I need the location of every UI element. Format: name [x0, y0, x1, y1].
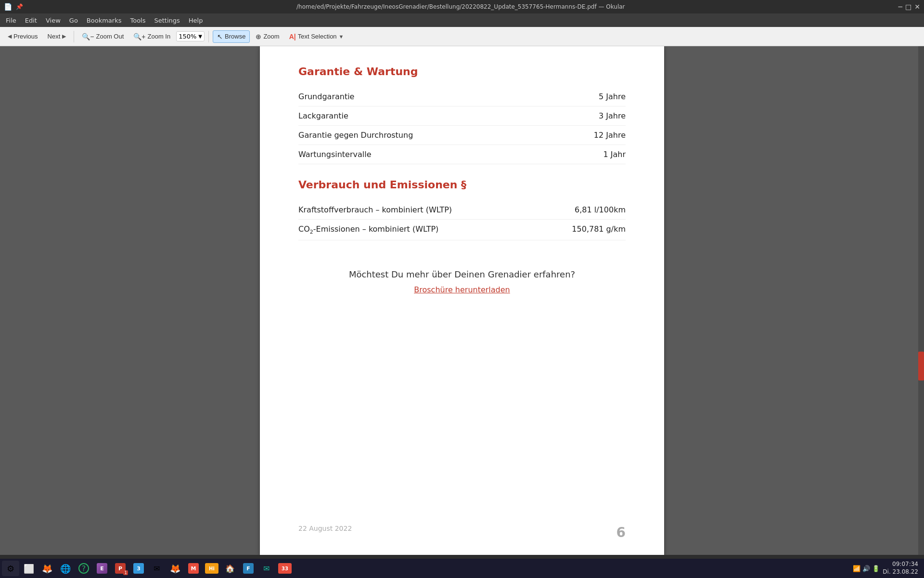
- footer-page-number: 6: [616, 525, 626, 540]
- zoom-level-select[interactable]: 150% ▼: [176, 31, 205, 41]
- row-value: 150,781 g/km: [572, 224, 626, 234]
- page-footer: 22 August 2022 6: [298, 525, 626, 540]
- zoom-out-icon: 🔍−: [82, 33, 94, 40]
- separator-2: [208, 31, 209, 42]
- table-row: CO2-Emissionen – kombiniert (WLTP) 150,7…: [298, 220, 626, 240]
- separator-1: [74, 31, 74, 42]
- next-label: Next: [48, 33, 61, 40]
- row-label: Lackgarantie: [298, 111, 599, 120]
- network-icon: 📶: [853, 565, 860, 572]
- menu-file[interactable]: File: [2, 15, 20, 26]
- taskbar-item-messenger[interactable]: ✉: [258, 561, 275, 576]
- clock-date: Di. 23.08.22: [883, 568, 918, 576]
- previous-button[interactable]: ◀ Previous: [4, 31, 42, 42]
- row-value: 12 Jahre: [594, 131, 626, 140]
- menu-view[interactable]: View: [42, 15, 64, 26]
- cta-section: Möchtest Du mehr über Deinen Grenadier e…: [298, 269, 626, 294]
- table-row: Kraftstoffverbrauch – kombiniert (WLTP) …: [298, 200, 626, 220]
- zoom-out-button[interactable]: 🔍− Zoom Out: [78, 31, 128, 42]
- menu-settings[interactable]: Settings: [151, 15, 184, 26]
- pdf-page: Garantie & Wartung Grundgarantie 5 Jahre…: [260, 46, 664, 555]
- taskbar-item-gear[interactable]: ⚙: [2, 561, 19, 576]
- menu-bar: File Edit View Go Bookmarks Tools Settin…: [0, 13, 924, 27]
- pin-icon: 📌: [16, 3, 23, 10]
- zoom-tool-icon: ⊕: [256, 33, 261, 40]
- taskbar-item-home[interactable]: 🏠: [221, 561, 239, 576]
- zoom-in-icon: 🔍+: [133, 33, 145, 40]
- table-row: Garantie gegen Durchrostung 12 Jahre: [298, 126, 626, 145]
- row-value: 6,81 l/100km: [575, 205, 626, 214]
- cta-link[interactable]: Broschüre herunterladen: [298, 285, 626, 294]
- scrollbar-thumb[interactable]: [918, 352, 924, 381]
- footer-date: 22 August 2022: [298, 525, 352, 540]
- zoom-out-label: Zoom Out: [96, 33, 124, 40]
- taskbar-left: ⚙ ⬜ 🦊 🌐 ? E P 1 3 ✉: [2, 561, 294, 576]
- taskbar-right: 📶 🔊 🔋 09:07:34 Di. 23.08.22: [853, 561, 922, 576]
- text-selection-label: Text Selection: [298, 33, 337, 40]
- volume-icon: 🔊: [862, 565, 870, 572]
- taskbar-item-mozilla[interactable]: M: [185, 561, 202, 576]
- menu-help[interactable]: Help: [185, 15, 207, 26]
- taskbar-item-mail[interactable]: ✉: [148, 561, 166, 576]
- row-label: Kraftstoffverbrauch – kombiniert (WLTP): [298, 205, 575, 214]
- taskbar-item-hi[interactable]: Hi: [203, 561, 220, 576]
- row-value: 5 Jahre: [599, 92, 626, 101]
- taskbar-item-pdf-1[interactable]: P 1: [112, 561, 129, 576]
- co2-subscript: 2: [310, 229, 313, 235]
- title-bar-controls: ─ □ ✕: [898, 3, 920, 11]
- row-label-co2: CO2-Emissionen – kombiniert (WLTP): [298, 224, 572, 235]
- next-arrow-icon: ▶: [62, 33, 66, 39]
- next-button[interactable]: Next ▶: [44, 31, 70, 42]
- zoom-in-label: Zoom In: [147, 33, 170, 40]
- title-bar-left: 📄 📌: [4, 3, 23, 11]
- row-label: Grundgarantie: [298, 92, 599, 101]
- system-clock: 09:07:34 Di. 23.08.22: [883, 561, 918, 576]
- text-selection-button[interactable]: A| Text Selection ▼: [285, 31, 348, 42]
- table-row: Wartungsintervalle 1 Jahr: [298, 145, 626, 164]
- taskbar-item-firefox[interactable]: 🦊: [167, 561, 184, 576]
- row-label: Garantie gegen Durchrostung: [298, 131, 594, 140]
- title-bar: 📄 📌 /home/ed/Projekte/Fahrzeuge/IneosGre…: [0, 0, 924, 13]
- zoom-dropdown-icon: ▼: [198, 34, 202, 39]
- taskbar-item-foren[interactable]: F: [240, 561, 257, 576]
- zoom-in-button[interactable]: 🔍+ Zoom In: [129, 31, 174, 42]
- table-row: Lackgarantie 3 Jahre: [298, 106, 626, 126]
- row-value: 1 Jahr: [603, 150, 626, 159]
- minimize-icon[interactable]: ─: [898, 3, 902, 11]
- text-selection-icon: A|: [289, 33, 296, 40]
- close-icon[interactable]: ✕: [914, 3, 920, 11]
- text-selection-arrow: ▼: [339, 34, 344, 39]
- system-tray: 📶 🔊 🔋: [853, 565, 880, 572]
- browse-label: Browse: [225, 33, 245, 40]
- menu-go[interactable]: Go: [65, 15, 82, 26]
- scrollbar-track[interactable]: [918, 46, 924, 555]
- zoom-tool-button[interactable]: ⊕ Zoom: [252, 31, 283, 42]
- clock-time: 09:07:34: [883, 561, 918, 568]
- section2-title: Verbrauch und Emissionen §: [298, 179, 626, 191]
- row-value: 3 Jahre: [599, 111, 626, 120]
- zoom-tool-label: Zoom: [263, 33, 279, 40]
- browse-button[interactable]: ↖ Browse: [213, 30, 250, 43]
- battery-icon: 🔋: [872, 565, 880, 572]
- toolbar: ◀ Previous Next ▶ 🔍− Zoom Out 🔍+ Zoom In…: [0, 27, 924, 46]
- menu-bookmarks[interactable]: Bookmarks: [83, 15, 126, 26]
- cta-text: Möchtest Du mehr über Deinen Grenadier e…: [298, 269, 626, 279]
- maximize-icon[interactable]: □: [905, 3, 911, 11]
- taskbar-item-emacs[interactable]: E: [93, 561, 111, 576]
- zoom-level-value: 150%: [179, 33, 196, 40]
- taskbar-item-counter-3[interactable]: 3: [130, 561, 147, 576]
- taskbar-item-files[interactable]: ⬜: [20, 561, 38, 576]
- taskbar-item-chromium[interactable]: 🌐: [57, 561, 74, 576]
- taskbar-item-firefox-browser[interactable]: 🦊: [38, 561, 56, 576]
- app-icon: 📄: [4, 3, 12, 11]
- window-title: /home/ed/Projekte/Fahrzeuge/IneosGrenadi…: [23, 3, 898, 10]
- table-row: Grundgarantie 5 Jahre: [298, 87, 626, 106]
- previous-label: Previous: [13, 33, 38, 40]
- menu-edit[interactable]: Edit: [21, 15, 41, 26]
- browse-icon: ↖: [217, 33, 223, 40]
- previous-arrow-icon: ◀: [8, 33, 12, 39]
- menu-tools[interactable]: Tools: [126, 15, 149, 26]
- taskbar-item-help[interactable]: ?: [75, 561, 92, 576]
- content-area: Garantie & Wartung Grundgarantie 5 Jahre…: [0, 46, 924, 555]
- taskbar-item-erinn[interactable]: 33: [276, 561, 294, 576]
